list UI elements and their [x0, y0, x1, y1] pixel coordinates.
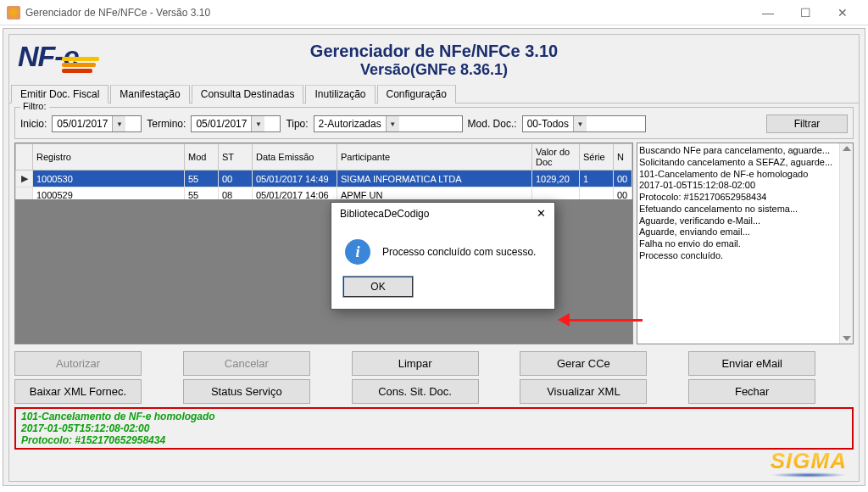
- col-data[interactable]: Data Emissão: [253, 144, 337, 171]
- filter-groupbox: Filtro: Inicio: 05/01/2017▼ Termino: 05/…: [14, 107, 854, 139]
- fechar-button[interactable]: Fechar: [688, 379, 815, 404]
- titlebar: Gerenciador de NFe/NFCe - Versão 3.10 — …: [0, 0, 868, 25]
- moddoc-label: Mod. Doc.:: [468, 118, 517, 130]
- cancelar-button[interactable]: Cancelar: [183, 351, 310, 376]
- ok-button[interactable]: OK: [343, 277, 413, 297]
- visualizar-xml-button[interactable]: Visualizar XML: [520, 379, 647, 404]
- enviar-email-button[interactable]: Enviar eMail: [688, 351, 815, 376]
- moddoc-select[interactable]: 00-Todos▼: [522, 115, 646, 132]
- tab-consulta[interactable]: Consulta Destinadas: [192, 85, 304, 103]
- info-icon: i: [345, 239, 370, 265]
- table-row[interactable]: ▶ 10005305500 05/01/2017 14:49SIGMA INFO…: [16, 171, 632, 187]
- log-line: 2017-01-05T15:12:08-02:00: [639, 180, 837, 192]
- nfe-logo: NF-e: [18, 40, 79, 73]
- log-line: Aguarde, enviando email...: [639, 226, 837, 238]
- col-mod[interactable]: Mod: [185, 144, 219, 171]
- message-dialog: BibliotecaDeCodigo ✕ i Processo concluíd…: [331, 202, 555, 310]
- tipo-select[interactable]: 2-Autorizadas▼: [314, 115, 463, 132]
- tab-inutilizacao[interactable]: Inutilização: [305, 85, 375, 103]
- log-line: Falha no envio do email.: [639, 238, 837, 250]
- autorizar-button[interactable]: Autorizar: [14, 351, 142, 376]
- sigma-logo: SIGMA: [771, 448, 847, 474]
- maximize-button[interactable]: ☐: [787, 1, 824, 25]
- tab-strip: Emitir Doc. Fiscal Manifestação Consulta…: [9, 84, 859, 103]
- log-line: Buscando NFe para cancelamento, aguarde.…: [639, 145, 837, 157]
- app-subtitle: Versão(GNFe 8.36.1): [9, 61, 859, 79]
- status-line: Protocolo: #152170652958434: [21, 434, 847, 446]
- baixar-xml-button[interactable]: Baixar XML Fornec.: [14, 379, 142, 404]
- status-line: 101-Cancelamento de NF-e homologado: [21, 411, 847, 422]
- status-box: 101-Cancelamento de NF-e homologado 2017…: [14, 407, 854, 450]
- close-button[interactable]: ✕: [824, 1, 861, 25]
- dialog-close-button[interactable]: ✕: [532, 207, 549, 220]
- chevron-down-icon: ▼: [251, 116, 264, 131]
- col-serie[interactable]: Série: [580, 144, 614, 171]
- tipo-label: Tipo:: [286, 118, 308, 130]
- col-valor[interactable]: Valor do Doc: [532, 144, 580, 171]
- termino-date[interactable]: 05/01/2017▼: [191, 115, 281, 132]
- cons-sit-doc-button[interactable]: Cons. Sit. Doc.: [352, 379, 479, 404]
- minimize-button[interactable]: —: [749, 1, 787, 25]
- tab-manifestacao[interactable]: Manifestação: [110, 85, 189, 103]
- status-line: 2017-01-05T15:12:08-02:00: [21, 422, 847, 434]
- log-line: Protocolo: #152170652958434: [639, 192, 837, 204]
- log-line: Solicitando cancelamento a SEFAZ, aguard…: [639, 157, 837, 169]
- status-servico-button[interactable]: Status Serviço: [183, 379, 310, 404]
- chevron-down-icon: ▼: [573, 116, 587, 131]
- app-title: Gerenciador de NFe/NFCe 3.10: [9, 42, 859, 61]
- log-line: Aguarde, verificando e-Mail...: [639, 215, 837, 227]
- annotation-arrow: [558, 313, 643, 327]
- chevron-down-icon: ▼: [112, 116, 125, 131]
- col-participante[interactable]: Participante: [337, 144, 532, 171]
- tab-configuracao[interactable]: Configuração: [377, 85, 456, 103]
- col-n[interactable]: N: [614, 144, 632, 171]
- filtrar-button[interactable]: Filtrar: [766, 115, 848, 133]
- limpar-button[interactable]: Limpar: [352, 351, 479, 376]
- dialog-message: Processo concluído com sucesso.: [382, 246, 536, 258]
- window-title: Gerenciador de NFe/NFCe - Versão 3.10: [25, 7, 749, 19]
- log-line: Processo concluído.: [639, 250, 837, 262]
- col-registro[interactable]: Registro: [33, 144, 185, 171]
- scrollbar[interactable]: [839, 143, 853, 344]
- app-icon: [7, 6, 20, 20]
- termino-label: Termino:: [147, 118, 186, 130]
- log-line: Efetuando cancelamento no sistema...: [639, 204, 837, 215]
- row-indicator-icon: ▶: [16, 171, 33, 187]
- inicio-date[interactable]: 05/01/2017▼: [52, 115, 142, 132]
- log-line: 101-Cancelamento de NF-e homologado: [639, 169, 837, 181]
- chevron-down-icon: ▼: [386, 116, 399, 131]
- filter-legend: Filtro:: [20, 101, 49, 111]
- dialog-title: BibliotecaDeCodigo: [340, 208, 532, 220]
- log-panel[interactable]: Buscando NFe para cancelamento, aguarde.…: [637, 143, 854, 344]
- gerar-cce-button[interactable]: Gerar CCe: [520, 351, 647, 376]
- inicio-label: Inicio:: [20, 118, 47, 130]
- col-st[interactable]: ST: [219, 144, 253, 171]
